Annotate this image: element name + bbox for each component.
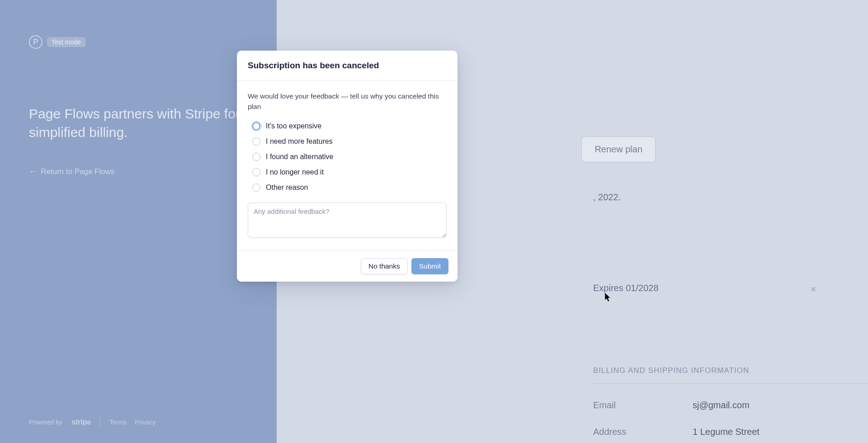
additional-feedback-input[interactable] (248, 203, 447, 238)
radio-label: I no longer need it (266, 168, 324, 176)
radio-icon (252, 184, 260, 192)
radio-option-more-features[interactable]: I need more features (252, 137, 447, 146)
submit-button[interactable]: Submit (411, 258, 448, 274)
radio-label: It's too expensive (266, 122, 321, 130)
no-thanks-button[interactable]: No thanks (361, 258, 408, 274)
radio-option-alternative[interactable]: I found an alternative (252, 153, 447, 161)
radio-label: I need more features (266, 137, 333, 146)
modal-overlay: Subscription has been canceled We would … (0, 0, 868, 443)
radio-label: Other reason (266, 184, 308, 192)
radio-label: I found an alternative (266, 153, 333, 161)
radio-option-no-longer-need[interactable]: I no longer need it (252, 168, 447, 176)
cancel-reason-radio-group: It's too expensive I need more features … (252, 122, 447, 192)
cancel-feedback-modal: Subscription has been canceled We would … (237, 51, 458, 282)
radio-icon (252, 153, 260, 161)
radio-option-too-expensive[interactable]: It's too expensive (252, 122, 447, 130)
modal-footer: No thanks Submit (237, 250, 458, 282)
modal-body: We would love your feedback — tell us wh… (237, 81, 458, 250)
radio-icon (252, 168, 260, 176)
modal-description: We would love your feedback — tell us wh… (248, 91, 447, 112)
radio-icon (252, 137, 260, 146)
modal-title: Subscription has been canceled (237, 51, 458, 81)
radio-icon (252, 122, 260, 130)
radio-option-other[interactable]: Other reason (252, 184, 447, 192)
